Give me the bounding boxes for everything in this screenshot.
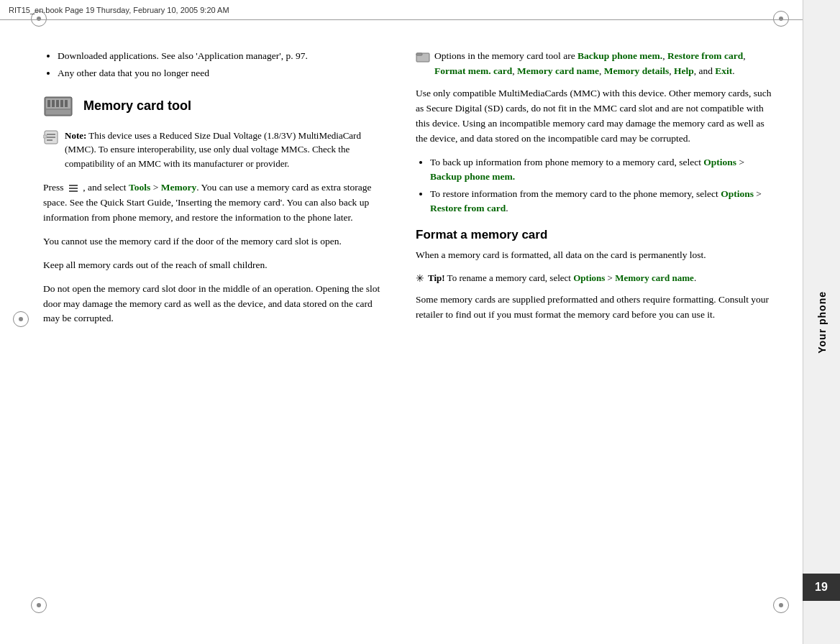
note-icon <box>43 129 59 145</box>
card-name-link: Memory card name <box>517 65 599 76</box>
svg-rect-10 <box>47 137 55 138</box>
para-door: You cannot use the memory card if the do… <box>43 234 387 249</box>
options-link-2: Options <box>721 188 754 199</box>
sidebar-label: Your phone <box>816 291 828 354</box>
tip-text: Tip! To rename a memory card, select Opt… <box>428 271 696 285</box>
some-para: Some memory cards are supplied preformat… <box>416 293 774 323</box>
right-column: Options in the memory card tool are Back… <box>401 20 803 644</box>
options-link-1: Options <box>703 157 736 167</box>
bullet-item-1: Downloaded applications. See also 'Appli… <box>58 49 387 63</box>
svg-rect-12 <box>43 135 47 138</box>
svg-rect-7 <box>46 110 70 114</box>
svg-rect-6 <box>65 100 68 107</box>
note-body: This device uses a Reduced Size Dual Vol… <box>65 130 361 169</box>
backup-link: Backup phone mem. <box>578 50 662 61</box>
svg-rect-11 <box>47 139 52 141</box>
backup-mem-link: Backup phone mem. <box>430 171 515 182</box>
page-number: 19 <box>815 581 828 594</box>
options-text: Options in the memory card tool are Back… <box>434 49 774 79</box>
sidebar-tab: Your phone <box>803 0 840 644</box>
memory-link: Memory <box>161 182 196 193</box>
svg-rect-17 <box>416 53 422 55</box>
right-bullet-2: To restore information from the memory c… <box>430 187 774 216</box>
tip-box: ✳ Tip! To rename a memory card, select O… <box>416 271 774 285</box>
note-label: Note: <box>65 130 86 141</box>
note-box: Note: This device uses a Reduced Size Du… <box>43 129 387 171</box>
page-number-box: 19 <box>803 574 840 601</box>
svg-rect-2 <box>47 100 50 107</box>
header-text: RIT15_en.book Page 19 Thursday, February… <box>9 6 229 14</box>
right-bullets: To back up information from phone memory… <box>430 155 774 216</box>
section-title: Memory card tool <box>83 98 191 114</box>
para-operation: Do not open the memory card slot door in… <box>43 282 387 327</box>
tip-card-name-link: Memory card name <box>615 272 694 283</box>
press-paragraph: Press , and select Tools > Memory. You c… <box>43 180 387 226</box>
intro-bullets: Downloaded applications. See also 'Appli… <box>58 49 387 81</box>
restore-card-link: Restore from card <box>430 203 506 213</box>
format-subheading: Format a memory card <box>416 228 774 242</box>
para-children: Keep all memory cards out of the reach o… <box>43 258 387 273</box>
mem-details-link: Memory details <box>604 65 669 76</box>
svg-rect-15 <box>69 190 78 192</box>
tip-options-link: Options <box>573 272 605 283</box>
help-link: Help <box>674 65 694 76</box>
format-link: Format mem. card <box>434 65 512 76</box>
tip-icon: ✳ <box>416 272 424 285</box>
svg-rect-3 <box>52 100 55 107</box>
exit-link: Exit <box>715 65 732 76</box>
right-bullet-1: To back up information from phone memory… <box>430 155 774 185</box>
restore-link: Restore from card <box>667 50 743 61</box>
menu-icon <box>68 183 79 194</box>
left-column: Downloaded applications. See also 'Appli… <box>0 20 401 644</box>
memory-card-icon <box>43 94 73 119</box>
tip-label: Tip! <box>428 272 445 283</box>
svg-rect-9 <box>47 134 55 135</box>
svg-rect-13 <box>69 185 78 186</box>
note-text: Note: This device uses a Reduced Size Du… <box>65 129 387 171</box>
options-small-icon <box>416 51 430 63</box>
svg-rect-4 <box>56 100 59 107</box>
header-bar: RIT15_en.book Page 19 Thursday, February… <box>0 0 840 20</box>
svg-rect-5 <box>60 100 63 107</box>
bullet-item-2: Any other data that you no longer need <box>58 66 387 80</box>
main-content: Downloaded applications. See also 'Appli… <box>0 20 803 644</box>
tools-link: Tools <box>129 182 150 193</box>
format-para: When a memory card is formatted, all dat… <box>416 248 774 263</box>
mmc-para: Use only compatible MultiMediaCards (MMC… <box>416 86 774 147</box>
section-heading: Memory card tool <box>43 94 387 119</box>
svg-rect-14 <box>69 188 78 189</box>
options-line: Options in the memory card tool are Back… <box>416 49 774 79</box>
